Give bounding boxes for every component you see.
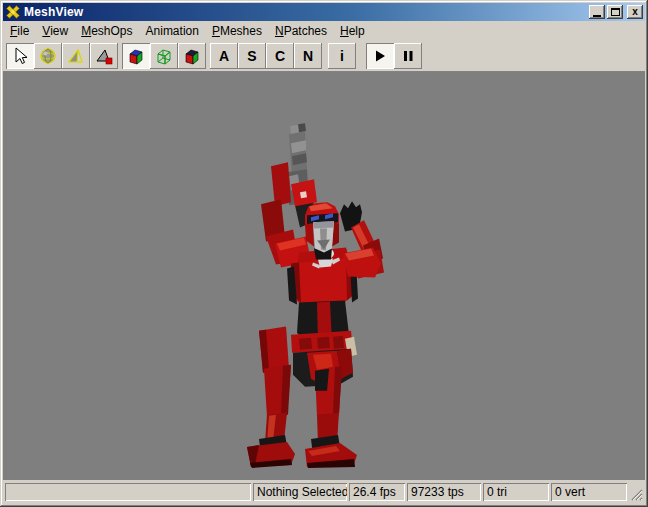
statusbar: Nothing Selected 26.4 fps 97233 tps 0 tr…	[3, 480, 645, 504]
select-tool-button[interactable]	[6, 43, 34, 69]
menu-pmeshes[interactable]: PMeshes	[206, 22, 268, 40]
close-button[interactable]: x	[627, 5, 643, 19]
solid-rgb-cube-icon	[126, 46, 146, 66]
letter-n-label: N	[303, 48, 313, 64]
meshview-logo-icon	[5, 4, 21, 20]
play-icon	[373, 49, 387, 63]
pause-icon	[401, 49, 415, 63]
vertex-triangle-icon	[94, 46, 114, 66]
toolbar-button-a[interactable]: A	[210, 43, 238, 69]
vertex-triangle-button[interactable]	[90, 43, 118, 69]
wireframe-cube-button[interactable]	[150, 43, 178, 69]
info-button[interactable]: i	[328, 43, 356, 69]
wire-sphere-icon	[38, 46, 58, 66]
render-viewport[interactable]	[3, 71, 645, 480]
letter-s-label: S	[247, 48, 256, 64]
status-selection-panel: Nothing Selected	[253, 483, 347, 501]
menu-file[interactable]: File	[4, 22, 35, 40]
menu-npatches[interactable]: NPatches	[269, 22, 333, 40]
meshview-window: MeshView x File View MeshOps Animation P…	[0, 0, 648, 507]
toolbar: A S C N i	[3, 41, 645, 71]
play-button[interactable]	[366, 43, 394, 69]
trooper-mesh-model	[3, 72, 645, 480]
minimize-icon	[593, 15, 601, 17]
menu-animation[interactable]: Animation	[140, 22, 205, 40]
status-vert-panel: 0 vert	[551, 483, 627, 501]
sphere-mesh-button[interactable]	[34, 43, 62, 69]
resize-grip[interactable]	[629, 487, 643, 501]
toolbar-button-s[interactable]: S	[238, 43, 266, 69]
maximize-icon	[611, 8, 620, 16]
info-icon: i	[340, 48, 344, 64]
status-tps-panel: 97233 tps	[407, 483, 481, 501]
status-tri-panel: 0 tri	[483, 483, 549, 501]
flat-triangle-icon	[66, 46, 86, 66]
titlebar[interactable]: MeshView x	[3, 3, 645, 21]
window-title: MeshView	[24, 5, 587, 19]
right-arm	[340, 201, 384, 278]
arrow-cursor-icon	[10, 46, 30, 66]
menu-help[interactable]: Help	[334, 22, 371, 40]
letter-a-label: A	[219, 48, 229, 64]
letter-c-label: C	[275, 48, 285, 64]
toolbar-button-n[interactable]: N	[294, 43, 322, 69]
flat-triangle-button[interactable]	[62, 43, 90, 69]
flat-cube-button[interactable]	[178, 43, 206, 69]
menu-view[interactable]: View	[36, 22, 74, 40]
maximize-button[interactable]	[607, 5, 623, 19]
pause-button[interactable]	[394, 43, 422, 69]
minimize-button[interactable]	[589, 5, 605, 19]
status-fps-panel: 26.4 fps	[349, 483, 405, 501]
menu-meshops[interactable]: MeshOps	[75, 22, 138, 40]
toolbar-button-c[interactable]: C	[266, 43, 294, 69]
flat-shaded-cube-icon	[182, 46, 202, 66]
solid-cube-button[interactable]	[122, 43, 150, 69]
status-message-panel	[5, 483, 251, 501]
close-icon: x	[632, 7, 638, 17]
wireframe-cube-icon	[154, 46, 174, 66]
menubar: File View MeshOps Animation PMeshes NPat…	[3, 21, 645, 41]
left-leg	[247, 365, 295, 468]
